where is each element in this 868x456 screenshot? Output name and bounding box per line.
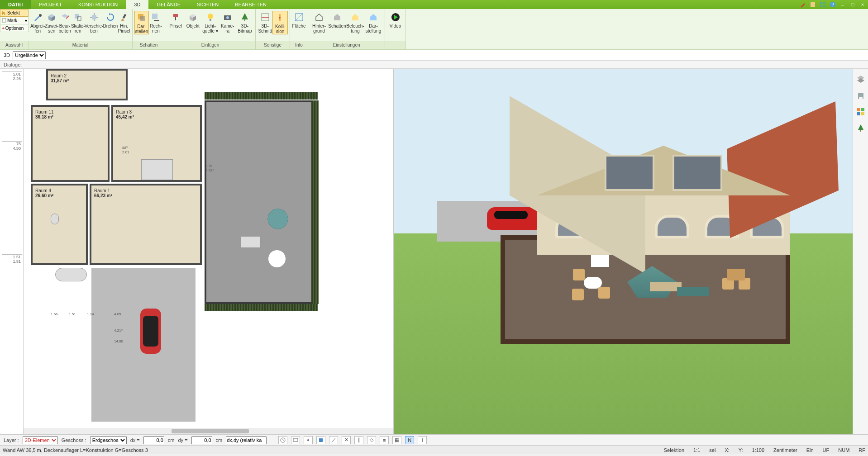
dy-label: dy = xyxy=(178,437,187,443)
menu-file[interactable]: DATEI xyxy=(0,0,31,9)
floor-select[interactable]: Erdgeschos xyxy=(90,436,127,444)
ribbon-brush-button[interactable]: Hin. Pinsel xyxy=(118,11,130,33)
menu-konstruktion[interactable]: KONSTRUKTION xyxy=(70,0,126,9)
house-render-icon xyxy=(368,12,379,23)
info-toggle[interactable]: i xyxy=(418,436,427,444)
snap-point-icon[interactable] xyxy=(304,436,313,444)
mark-tool[interactable]: Mark.▾ xyxy=(0,17,29,24)
tree-icon xyxy=(239,12,250,23)
menu-bar: DATEI PROJEKT KONSTRUKTION 3D GELÄNDE SI… xyxy=(0,0,868,9)
select-tool[interactable]: Selekt xyxy=(0,9,29,17)
layers-icon[interactable] xyxy=(856,74,866,84)
ribbon-button-label: Skalie- ren xyxy=(71,24,85,33)
ribbon-button-label: Fläche xyxy=(292,24,305,28)
view-3d[interactable] xyxy=(394,69,853,434)
snap-end-icon[interactable]: ≡ xyxy=(380,436,389,444)
dy-input[interactable] xyxy=(191,436,212,444)
menu-projekt[interactable]: PROJEKT xyxy=(31,0,70,9)
ribbon-play-button[interactable]: Video xyxy=(387,11,404,28)
section-icon xyxy=(260,12,271,23)
view-2d[interactable]: 1.012.26754.501.511.51 Raum 2 31,87 m²Ra… xyxy=(0,69,394,434)
svg-rect-26 xyxy=(858,93,863,97)
snap-parallel-icon[interactable]: ∥ xyxy=(354,436,363,444)
cube-edit-icon xyxy=(59,12,70,23)
ribbon-cube-down-button[interactable]: Zuwei- sen xyxy=(45,11,58,33)
room[interactable]: Raum 11 36,18 m² xyxy=(31,105,110,182)
grid-icon[interactable] xyxy=(819,1,826,8)
menu-bearbeiten[interactable]: BEARBEITEN xyxy=(227,0,275,9)
ribbon-bulb-button[interactable]: Licht- quelle ▾ xyxy=(201,11,219,33)
bathtub-2d xyxy=(55,268,87,281)
ribbon-cube-move-button[interactable]: Verschie- ben xyxy=(85,11,103,33)
chair-icon[interactable] xyxy=(856,90,866,100)
svg-point-36 xyxy=(307,439,309,441)
room[interactable]: Raum 1 66,23 m² xyxy=(90,184,202,265)
north-toggle[interactable]: N xyxy=(405,436,414,444)
status-selection: Selektion xyxy=(664,447,684,453)
ribbon-camera-button[interactable]: Kame- ra xyxy=(219,11,236,33)
ribbon-cube-edit-button[interactable]: Bear- beiten xyxy=(58,11,71,33)
house-shadow-icon xyxy=(332,12,343,23)
ribbon-eyedropper-button[interactable]: Abgrei- fen xyxy=(30,11,45,33)
menu-3d[interactable]: 3D xyxy=(126,0,148,9)
dim-b3: 1.14 xyxy=(87,312,94,316)
snap-line-icon[interactable]: ／ xyxy=(329,436,338,444)
note-icon[interactable] xyxy=(809,1,816,8)
lounger-3d xyxy=(677,287,709,296)
window-close[interactable]: × xyxy=(859,1,866,8)
dim-b4: 4.05 xyxy=(114,312,121,316)
ribbon-tree-button[interactable]: 3D- Bitmap xyxy=(236,11,253,33)
window-minimize[interactable]: – xyxy=(839,1,846,8)
svg-rect-37 xyxy=(319,438,323,442)
ribbon-button-label: Rech- nen xyxy=(150,24,162,33)
brush-icon xyxy=(119,12,129,23)
rel-input[interactable] xyxy=(226,436,267,444)
layer-select[interactable]: 2D-Elemen xyxy=(23,436,58,444)
ribbon-object-button[interactable]: Objekt xyxy=(184,11,201,28)
help-icon[interactable]: ? xyxy=(829,1,836,8)
ribbon-rotate-button[interactable]: Drehen xyxy=(103,11,118,28)
ribbon-house-render-button[interactable]: Dar- stellung xyxy=(364,11,382,33)
dining-table-2d xyxy=(141,159,173,180)
tree-icon[interactable] xyxy=(856,123,866,133)
grid-toggle-icon[interactable]: ▦ xyxy=(392,436,401,444)
dim-b5: 4.21⁵ xyxy=(114,328,123,332)
menu-sichten[interactable]: SICHTEN xyxy=(189,0,227,9)
bulb-icon xyxy=(205,12,216,23)
cube-move-icon xyxy=(89,12,100,23)
room-label: Raum 1 66,23 m² xyxy=(94,188,112,198)
ribbon-house-light-button[interactable]: Beleuch- tung xyxy=(346,11,364,33)
clock-icon[interactable] xyxy=(278,436,287,444)
ribbon-house-bg-button[interactable]: Hinter- grund xyxy=(310,11,328,33)
monitor-icon[interactable] xyxy=(291,436,300,444)
ribbon-collision-button[interactable]: Kolli- sion xyxy=(272,11,288,34)
ribbon-shadow-calc-button[interactable]: Rech- nen xyxy=(149,11,163,33)
snap-x-icon[interactable]: ✕ xyxy=(342,436,351,444)
dim-b6: 14.00 xyxy=(114,339,123,343)
scrollbar-2d-horizontal[interactable] xyxy=(24,428,393,434)
ribbon-cube-scale-button[interactable]: Skalie- ren xyxy=(71,11,85,33)
svg-rect-9 xyxy=(75,14,79,19)
ribbon-house-shadow-button[interactable]: Schatten xyxy=(328,11,346,28)
palette-icon[interactable] xyxy=(856,107,866,117)
table-3d xyxy=(591,255,609,267)
room[interactable]: Raum 4 26,60 m² xyxy=(31,184,88,265)
room[interactable]: Raum 2 31,87 m² xyxy=(46,69,128,100)
options-tool[interactable]: +Optionen xyxy=(0,24,29,32)
roof-3d xyxy=(510,96,817,195)
pen-icon[interactable] xyxy=(799,1,806,8)
status-num: NUM xyxy=(838,447,849,453)
ribbon-area-button[interactable]: Fläche xyxy=(292,11,306,28)
menu-gelaende[interactable]: GELÄNDE xyxy=(148,0,189,9)
snap-face-icon[interactable]: ◇ xyxy=(367,436,376,444)
svg-point-19 xyxy=(226,16,229,19)
ribbon-paint-button[interactable]: Pinsel xyxy=(167,11,184,28)
ribbon-shadow-show-button[interactable]: Dar- stellen xyxy=(134,11,149,34)
floorplan-canvas[interactable]: Raum 2 31,87 m²Raum 11 36,18 m²Raum 3 45… xyxy=(24,69,393,428)
window-maximize[interactable]: □ xyxy=(849,1,856,8)
ribbon-section-button[interactable]: 3D- Schnitt xyxy=(258,11,272,33)
snap-box-icon[interactable] xyxy=(316,436,325,444)
dx-input[interactable] xyxy=(143,436,164,444)
svg-point-16 xyxy=(208,14,213,19)
terrain-layer-select[interactable]: Urgelände xyxy=(13,51,46,59)
